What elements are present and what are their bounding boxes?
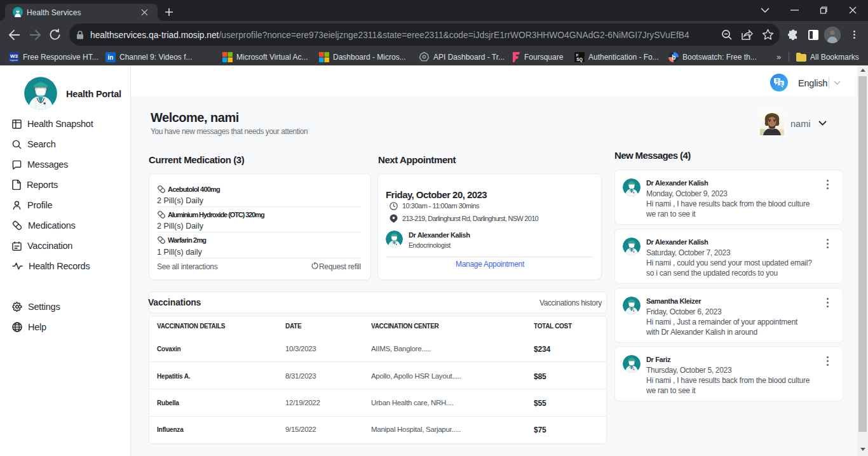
svg-text:文: 文: [778, 81, 783, 86]
svg-text:b: b: [672, 53, 675, 60]
svg-text:W3: W3: [10, 53, 18, 59]
svg-text:SQ: SQ: [576, 57, 582, 62]
svg-text:Layouts: Layouts: [10, 59, 18, 62]
svg-text:in: in: [108, 54, 114, 61]
